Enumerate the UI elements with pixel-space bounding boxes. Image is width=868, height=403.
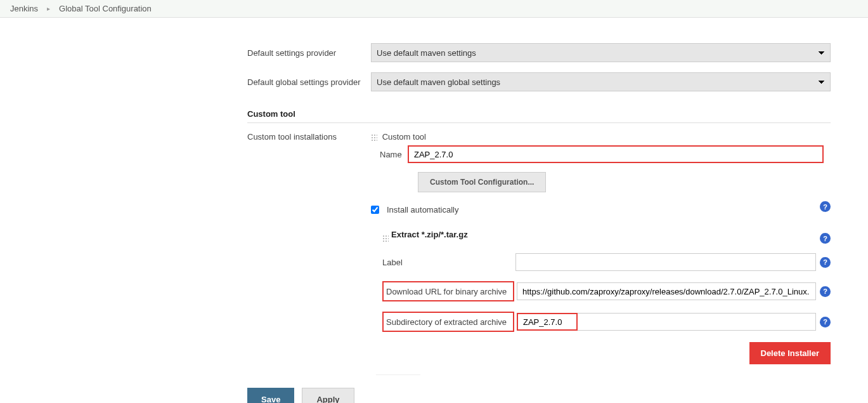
default-settings-row: Default settings provider Use default ma… (247, 43, 831, 62)
global-settings-row: Default global settings provider Use def… (247, 72, 831, 91)
custom-tool-config-button[interactable]: Custom Tool Configuration... (418, 172, 546, 192)
download-url-label: Download URL for binary archive (382, 281, 514, 301)
custom-tool-installations-label: Custom tool installations (247, 132, 371, 142)
subdir-label: Subdirectory of extracted archive (382, 312, 514, 332)
custom-tool-section-title: Custom tool (247, 109, 831, 121)
help-icon[interactable]: ? (820, 286, 831, 297)
default-settings-label: Default settings provider (247, 48, 371, 58)
help-icon[interactable]: ? (820, 257, 831, 268)
download-url-input[interactable] (517, 282, 816, 300)
name-input[interactable] (408, 145, 824, 163)
install-auto-label: Install automatically (387, 205, 458, 215)
apply-button[interactable]: Apply (302, 388, 354, 403)
footer-buttons: Save Apply (247, 388, 831, 403)
drag-handle-icon[interactable] (382, 235, 389, 242)
breadcrumb-page[interactable]: Global Tool Configuration (59, 4, 152, 13)
breadcrumb: Jenkins ▸ Global Tool Configuration (0, 0, 868, 18)
divider (376, 374, 420, 375)
help-icon[interactable]: ? (820, 201, 831, 212)
divider (247, 122, 831, 123)
drag-handle-icon[interactable] (371, 134, 377, 142)
subdir-input-rest[interactable] (578, 313, 816, 331)
save-button[interactable]: Save (247, 388, 294, 403)
global-settings-select[interactable]: Use default maven global settings (371, 72, 831, 91)
help-icon[interactable]: ? (820, 233, 831, 244)
install-auto-checkbox[interactable] (371, 206, 379, 214)
custom-tool-header: Custom tool (371, 132, 831, 142)
name-label: Name (380, 150, 408, 159)
label-field-label: Label (382, 258, 515, 267)
help-icon[interactable]: ? (820, 317, 831, 327)
delete-installer-button[interactable]: Delete Installer (749, 342, 831, 364)
default-settings-select[interactable]: Use default maven settings (371, 43, 831, 62)
label-input[interactable] (515, 253, 816, 271)
custom-tool-title: Custom tool (382, 132, 426, 142)
main-content: Default settings provider Use default ma… (0, 18, 843, 403)
global-settings-label: Default global settings provider (247, 77, 371, 87)
extract-title: Extract *.zip/*.tar.gz (391, 230, 468, 239)
breadcrumb-home[interactable]: Jenkins (10, 4, 38, 13)
chevron-right-icon: ▸ (47, 5, 50, 12)
subdir-input[interactable] (517, 313, 578, 331)
